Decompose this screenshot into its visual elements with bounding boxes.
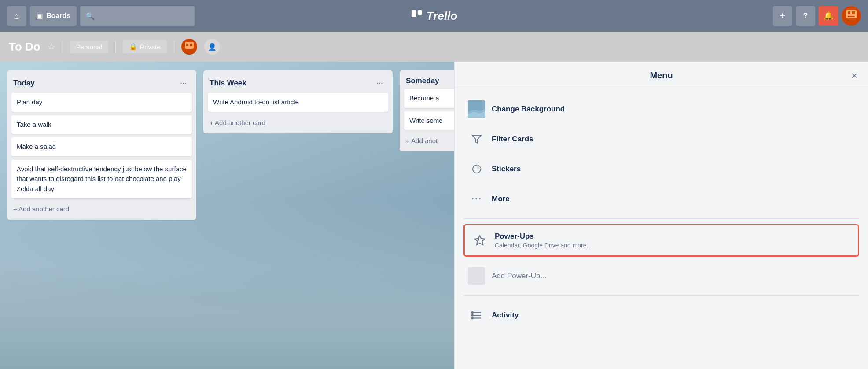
board-user-avatar[interactable] (181, 39, 197, 55)
lock-icon: 🔒 (129, 43, 137, 51)
private-button[interactable]: 🔒 Private (123, 40, 167, 53)
more-label: More (492, 195, 510, 203)
card-plan-day[interactable]: Plan day (11, 93, 192, 112)
activity-label: Activity (492, 311, 519, 320)
svg-rect-4 (848, 11, 850, 14)
menu-item-powerups[interactable]: Power-Ups Calendar, Google Drive and mor… (463, 224, 859, 257)
boards-label: Boards (46, 12, 70, 20)
svg-point-21 (472, 317, 473, 319)
logo-icon (411, 8, 423, 23)
menu-item-change-background[interactable]: Change Background (463, 95, 859, 123)
menu-item-more[interactable]: ··· More (463, 185, 859, 213)
menu-item-filter-cards[interactable]: Filter Cards (463, 125, 859, 153)
menu-panel: Menu × Change Background (454, 62, 868, 369)
stickers-icon (468, 160, 485, 178)
invite-member-button[interactable]: 👤 (204, 39, 220, 55)
private-label: Private (140, 43, 161, 51)
personal-button[interactable]: Personal (70, 41, 108, 53)
svg-rect-7 (844, 18, 858, 26)
star-icon[interactable]: ☆ (48, 41, 55, 52)
menu-item-activity[interactable]: Activity (463, 301, 859, 329)
add-powerup-label: Add Power-Up... (492, 272, 547, 280)
home-icon: ⌂ (14, 11, 19, 21)
powerups-label: Power-Ups (495, 232, 592, 241)
menu-title: Menu (650, 70, 673, 81)
add-card-this-week[interactable]: + Add another card (208, 115, 388, 130)
search-box[interactable]: 🔍 (80, 6, 195, 26)
card-avoid-tendency[interactable]: Avoid that self-destructive tendency jus… (11, 160, 192, 199)
search-input[interactable] (98, 12, 189, 20)
list-header-this-week: This Week ··· (208, 75, 388, 93)
list-menu-this-week[interactable]: ··· (373, 77, 386, 89)
list-today: Today ··· Plan day Take a walk Make a sa… (7, 70, 196, 220)
list-menu-today[interactable]: ··· (177, 77, 190, 89)
add-icon: + (780, 10, 786, 22)
add-card-today[interactable]: + Add another card (11, 202, 192, 216)
filter-cards-label: Filter Cards (492, 135, 533, 144)
board-header: To Do ☆ Personal 🔒 Private 👤 (0, 32, 868, 62)
help-icon: ? (803, 11, 808, 20)
menu-close-button[interactable]: × (848, 68, 861, 84)
personal-label: Personal (76, 43, 102, 51)
change-background-label: Change Background (492, 105, 565, 114)
svg-rect-12 (184, 49, 195, 55)
powerups-icon (471, 232, 489, 249)
card-take-walk[interactable]: Take a walk (11, 115, 192, 134)
close-icon: × (851, 70, 857, 81)
boards-icon: ▣ (36, 12, 43, 20)
svg-point-20 (472, 314, 473, 316)
user-avatar[interactable] (842, 6, 861, 26)
separator-3 (174, 40, 174, 53)
notification-icon: 🔔 (824, 11, 833, 21)
add-button[interactable]: + (773, 6, 792, 26)
more-icon: ··· (468, 190, 485, 208)
nav-right: + ? 🔔 (773, 6, 861, 26)
logo-text: Trello (427, 9, 457, 23)
svg-rect-0 (412, 10, 416, 17)
svg-marker-14 (472, 135, 481, 143)
add-powerup-item[interactable]: Add Power-Up... (463, 262, 859, 290)
menu-body: Change Background Filter Cards (455, 88, 868, 369)
svg-point-19 (472, 312, 473, 313)
menu-header: Menu × (455, 62, 868, 88)
svg-rect-11 (190, 44, 192, 46)
svg-rect-6 (848, 16, 855, 17)
list-this-week: This Week ··· Write Android to-do list a… (203, 70, 393, 133)
board-area: Today ··· Plan day Take a walk Make a sa… (0, 62, 868, 369)
separator-1 (63, 40, 63, 53)
powerups-content: Power-Ups Calendar, Google Drive and mor… (495, 232, 592, 249)
menu-divider-1 (463, 218, 859, 219)
logo: Trello (411, 8, 457, 23)
search-icon: 🔍 (85, 11, 95, 21)
add-powerup-icon (468, 267, 485, 285)
menu-item-stickers[interactable]: Stickers (463, 155, 859, 183)
list-header-today: Today ··· (11, 75, 192, 93)
add-member-icon: 👤 (208, 43, 217, 51)
powerups-sublabel: Calendar, Google Drive and more... (495, 242, 592, 249)
background-thumbnail-icon (468, 100, 485, 118)
card-android-article[interactable]: Write Android to-do list article (208, 93, 388, 112)
menu-divider-2 (463, 295, 859, 296)
svg-rect-5 (852, 11, 855, 14)
board-title: To Do (9, 40, 40, 54)
svg-rect-10 (186, 44, 188, 46)
separator-2 (115, 40, 116, 53)
home-button[interactable]: ⌂ (7, 6, 26, 26)
card-make-salad[interactable]: Make a salad (11, 137, 192, 156)
help-button[interactable]: ? (796, 6, 815, 26)
list-title-someday: Someday (406, 77, 439, 85)
list-title-this-week: This Week (210, 79, 246, 88)
notification-button[interactable]: 🔔 (819, 6, 838, 26)
filter-icon (468, 130, 485, 148)
list-title-today: Today (13, 79, 35, 88)
stickers-label: Stickers (492, 165, 521, 173)
svg-rect-1 (418, 10, 422, 15)
boards-button[interactable]: ▣ Boards (30, 6, 77, 26)
activity-icon (468, 306, 485, 324)
top-nav: ⌂ ▣ Boards 🔍 Trello + ? 🔔 (0, 0, 868, 32)
